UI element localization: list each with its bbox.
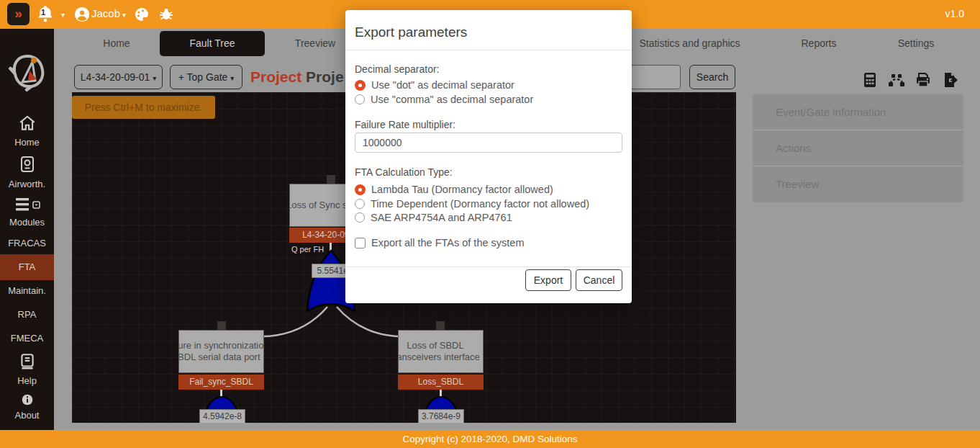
help-book-icon: [0, 352, 54, 373]
info-icon: [0, 394, 54, 408]
search-button[interactable]: Search: [689, 65, 735, 89]
tab-settings[interactable]: Settings: [892, 31, 940, 56]
export-parameters-modal: Export parameters Decimal separator: Use…: [345, 10, 632, 303]
project-title: Project Proje: [250, 68, 344, 86]
home-icon: [0, 114, 54, 135]
sidebar-item-about[interactable]: About: [0, 394, 54, 421]
radio-unselected-icon[interactable]: [355, 199, 365, 209]
connector-stub: [436, 321, 445, 330]
bug-report-icon[interactable]: [158, 6, 175, 26]
sidebar-item-label: Modules: [9, 217, 45, 228]
sidebar-item-label: Airworth.: [9, 179, 45, 189]
user-name-label[interactable]: Jacob: [91, 7, 120, 19]
top-gate-dropdown[interactable]: + Top Gate ▾: [170, 65, 242, 89]
passport-icon: [0, 156, 54, 176]
export-all-ftas-checkbox-row[interactable]: Export all the FTAs of the system: [355, 237, 524, 248]
radio-comma-separator[interactable]: Use "comma" as decimal separator: [355, 94, 533, 105]
sidebar-item-airworthiness[interactable]: Airworth.: [0, 156, 54, 189]
diagram-layout-icon[interactable]: [887, 71, 906, 91]
checkbox-unchecked-icon[interactable]: [355, 238, 366, 248]
connector-stub: [217, 321, 226, 330]
modal-header: Export parameters: [345, 10, 632, 50]
sidebar-item-fta-active[interactable]: FTA: [0, 254, 54, 280]
accordion-event-gate-information[interactable]: Event/Gate information: [753, 94, 963, 130]
accordion-treeview[interactable]: Treeview: [753, 166, 963, 202]
print-icon[interactable]: [915, 71, 932, 91]
sidebar-item-label: FTA: [19, 261, 36, 272]
fault-node-right-code[interactable]: Loss_SBDL: [398, 375, 484, 390]
theme-palette-icon[interactable]: [133, 6, 150, 26]
sidebar-item-label: Maintain.: [8, 285, 46, 296]
sidebar-item-fmeca[interactable]: FMECA: [0, 333, 54, 344]
app-logo-bird-icon: [8, 50, 47, 97]
decimal-separator-label: Decimal separator:: [355, 63, 440, 75]
fault-node-left-title[interactable]: Failure in synchronization SBDL serial d…: [178, 330, 264, 373]
app-version-label: v1.0: [945, 8, 964, 19]
tab-treeview[interactable]: Treeview: [286, 31, 344, 56]
radio-selected-icon[interactable]: [355, 80, 366, 91]
sidebar-item-label: RPA: [18, 309, 37, 320]
radio-lambda-tau[interactable]: Lambda Tau (Dormancy factor allowed): [355, 184, 553, 195]
sidebar-item-home[interactable]: Home: [0, 114, 54, 148]
fault-node-right-title[interactable]: Loss of SBDL transceivers interface: [398, 330, 484, 373]
cancel-button[interactable]: Cancel: [576, 269, 622, 291]
user-avatar-icon[interactable]: [74, 6, 90, 25]
radio-dot-separator[interactable]: Use "dot" as decimal separator: [355, 79, 514, 91]
fta-calculation-type-label: FTA Calculation Type:: [355, 166, 453, 178]
sidebar-item-rpa[interactable]: RPA: [0, 309, 54, 320]
sidebar-collapse-button[interactable]: »: [7, 3, 30, 25]
sidebar-item-help[interactable]: Help: [0, 352, 54, 386]
radio-unselected-icon[interactable]: [355, 94, 365, 104]
modal-title: Export parameters: [355, 24, 622, 40]
user-menu-caret-icon[interactable]: ▾: [122, 11, 126, 19]
sidebar-item-label: FRACAS: [8, 238, 46, 248]
sidebar-item-label: Home: [14, 137, 40, 148]
sidebar-nav: Home Airworth. Modules FRACAS FTA Mainta…: [0, 29, 54, 430]
radio-sae-arp[interactable]: SAE ARP4754A and ARP4761: [355, 212, 512, 223]
probability-badge: 4.5942e-8: [199, 409, 245, 423]
tab-fault-tree[interactable]: Fault Tree: [160, 31, 265, 56]
failure-rate-multiplier-input[interactable]: [355, 133, 622, 153]
sidebar-item-label: Help: [17, 375, 37, 386]
radio-unselected-icon[interactable]: [355, 212, 365, 223]
calculator-icon[interactable]: [861, 71, 879, 91]
accordion-actions[interactable]: Actions: [753, 130, 963, 166]
footer-copyright: Copyright (c) 2018-2020, DMD Solutions: [0, 430, 980, 448]
sidebar-item-maintain[interactable]: Maintain.: [0, 285, 54, 296]
application-window: » 1 ▾ Jacob ▾ v1.0: [0, 0, 980, 448]
export-file-icon[interactable]: [941, 71, 958, 91]
fault-node-left-code[interactable]: Fail_sync_SBDL: [178, 375, 264, 390]
tab-home[interactable]: Home: [85, 31, 148, 56]
radio-selected-icon[interactable]: [355, 184, 366, 195]
probability-badge: 3.7684e-9: [418, 409, 464, 423]
modal-footer-divider: [345, 266, 632, 267]
fta-selector-dropdown[interactable]: L4-34-20-09-01 ▾: [74, 65, 163, 89]
sidebar-item-label: About: [15, 410, 40, 421]
notifications-caret-icon[interactable]: ▾: [61, 11, 65, 19]
sidebar-item-modules[interactable]: Modules: [0, 197, 54, 228]
tab-reports[interactable]: Reports: [794, 31, 844, 56]
sidebar-item-label: FMECA: [11, 333, 44, 344]
sidebar-item-fracas[interactable]: FRACAS: [0, 238, 54, 248]
right-accordion-panel: Event/Gate information Actions Treeview: [752, 94, 964, 203]
tab-statistics-and-graphics[interactable]: Statistics and graphics: [638, 31, 742, 56]
export-button[interactable]: Export: [525, 269, 571, 291]
failure-rate-multiplier-label: Failure Rate multiplier:: [355, 119, 455, 130]
modules-menu-icon: [0, 197, 54, 215]
notification-count-badge: 1: [41, 8, 45, 17]
radio-time-dependent[interactable]: Time Dependent (Dormancy factor not allo…: [355, 198, 589, 210]
connector-stub: [327, 175, 335, 184]
